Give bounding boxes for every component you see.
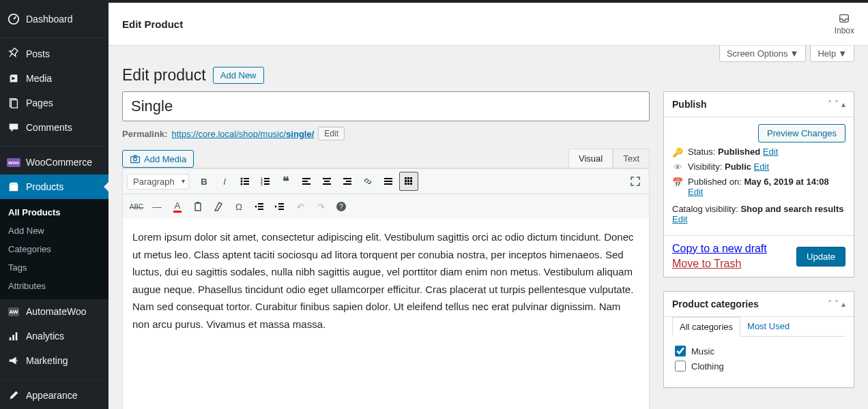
comment-icon [7,121,20,134]
bullet-list-button[interactable] [235,172,255,191]
menu-marketing[interactable]: Marketing [0,348,108,373]
svg-rect-5 [12,335,14,340]
megaphone-icon [7,354,20,367]
menu-automatewoo[interactable]: AW AutomateWoo [0,299,108,324]
inbox-button[interactable]: Inbox [835,12,854,35]
redo-button[interactable]: ↷ [311,197,330,216]
menu-label: Products [26,181,63,192]
submenu-add-new[interactable]: Add New [0,222,108,240]
bold-button[interactable]: B [194,172,214,191]
text-color-button[interactable]: A [168,197,187,216]
move-down-icon[interactable]: ˅ [835,100,839,109]
more-button[interactable] [379,172,398,191]
svg-text:3: 3 [261,182,263,186]
help-button[interactable]: Help ▼ [810,46,854,62]
svg-rect-39 [410,180,412,182]
admin-sidebar: Dashboard Posts Media Pages Comments woo… [0,3,108,409]
screen-options-button[interactable]: Screen Options ▼ [719,46,806,62]
fullscreen-button[interactable] [626,172,645,191]
category-checkbox[interactable] [675,346,686,357]
move-up-icon[interactable]: ˄ [828,100,832,109]
format-select[interactable]: Paragraph [127,174,189,190]
edit-visibility-link[interactable]: Edit [754,162,769,172]
svg-point-11 [241,181,243,183]
link-button[interactable] [358,172,377,191]
clear-formatting-button[interactable] [209,197,228,216]
menu-analytics[interactable]: Analytics [0,324,108,348]
submenu-categories[interactable]: Categories [0,240,108,258]
italic-button[interactable]: I [215,172,234,191]
editor-tab-visual[interactable]: Visual [568,149,613,168]
editor-tab-text[interactable]: Text [613,149,650,168]
move-down-icon[interactable]: ˅ [835,299,839,309]
woo-icon: woo [7,155,20,169]
toggle-icon[interactable]: ▴ [841,100,845,109]
publish-title: Publish [672,99,707,110]
help-button-editor[interactable]: ? [332,197,351,216]
menu-pages[interactable]: Pages [0,91,108,115]
svg-rect-43 [195,203,201,211]
tab-all-categories[interactable]: All categories [672,317,740,337]
move-to-trash-link[interactable]: Move to Trash [672,258,767,270]
edit-status-link[interactable]: Edit [763,147,778,157]
add-media-button[interactable]: Add Media [122,150,194,168]
blockquote-button[interactable]: ❝ [276,172,295,191]
update-button[interactable]: Update [796,247,845,267]
svg-rect-28 [343,178,351,179]
permalink-edit-button[interactable]: Edit [318,127,345,140]
outdent-button[interactable] [250,197,269,216]
strikethrough-button[interactable]: ABC [127,197,146,216]
editor-content[interactable]: Lorem ipsum dolor sit amet, consectetur … [123,219,649,409]
numbered-list-button[interactable]: 123 [256,172,275,191]
svg-rect-33 [384,183,392,185]
align-right-button[interactable] [338,172,357,191]
indent-button[interactable] [270,197,289,216]
pages-icon [7,96,20,110]
align-center-button[interactable] [317,172,336,191]
svg-rect-7 [840,15,849,22]
menu-media[interactable]: Media [0,66,108,91]
svg-rect-23 [302,181,308,182]
menu-woocommerce[interactable]: woo WooCommerce [0,150,108,175]
permalink-link[interactable]: https://core.local/shop/music/single/ [171,129,314,139]
move-up-icon[interactable]: ˄ [828,299,832,309]
undo-button[interactable]: ↶ [291,197,310,216]
svg-rect-6 [16,333,18,341]
svg-rect-32 [384,181,392,182]
hr-button[interactable]: — [147,197,167,216]
category-item-music[interactable]: Music [675,344,843,359]
toggle-icon[interactable]: ▴ [841,299,845,309]
special-char-button[interactable]: Ω [229,197,248,216]
category-checkbox[interactable] [675,361,686,372]
add-new-button[interactable]: Add New [213,67,264,84]
svg-rect-15 [244,183,249,185]
page-title: Edit product [122,66,206,85]
menu-label: AutomateWoo [26,306,86,317]
toolbar-toggle-button[interactable] [399,172,418,191]
menu-products[interactable]: Products [0,175,108,199]
menu-posts[interactable]: Posts [0,42,108,66]
menu-appearance[interactable]: Appearance [0,383,108,408]
edit-date-link[interactable]: Edit [688,187,703,197]
submenu-tags[interactable]: Tags [0,258,108,277]
menu-dashboard[interactable]: Dashboard [0,7,108,31]
menu-comments[interactable]: Comments [0,115,108,140]
edit-catalog-link[interactable]: Edit [672,214,687,224]
menu-label: Posts [26,48,50,59]
category-item-clothing[interactable]: Clothing [675,359,843,374]
categories-title: Product categories [672,299,759,309]
media-icon [7,72,20,85]
copy-draft-link[interactable]: Copy to a new draft [672,243,767,255]
tab-most-used[interactable]: Most Used [740,317,796,336]
menu-label: Pages [26,97,53,108]
svg-rect-46 [258,206,263,207]
submenu-all-products[interactable]: All Products [0,203,108,222]
paste-button[interactable] [188,197,207,216]
align-left-button[interactable] [297,172,316,191]
svg-rect-4 [10,337,12,341]
svg-rect-37 [405,180,407,182]
preview-changes-button[interactable]: Preview Changes [758,124,845,142]
svg-rect-40 [405,183,407,185]
submenu-attributes[interactable]: Attributes [0,277,108,295]
product-title-input[interactable] [122,91,650,121]
